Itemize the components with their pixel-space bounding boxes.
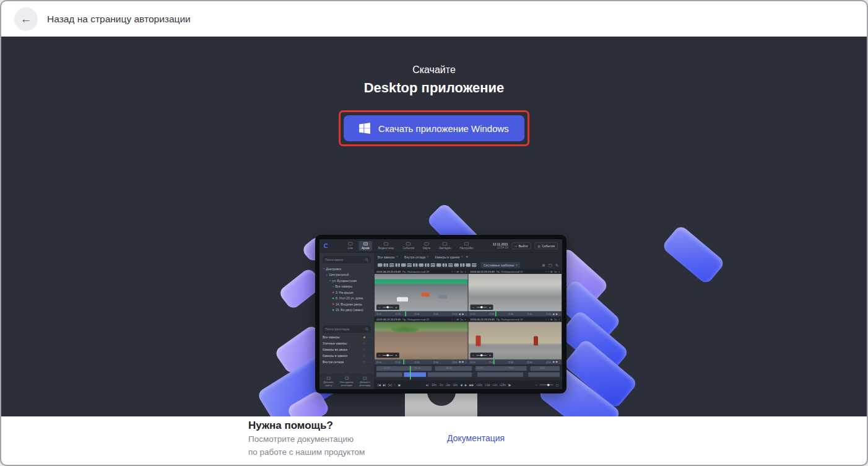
app-nav-right: 12.11.2021 13:54:19 ↦Выйти ▤События bbox=[493, 242, 558, 250]
grid-layout-icon bbox=[443, 263, 448, 267]
playhead-marker bbox=[493, 359, 495, 364]
zoom-slider bbox=[476, 307, 487, 307]
videowall-icon bbox=[384, 242, 388, 245]
close-icon: × bbox=[461, 255, 463, 258]
master-timeline: 21:10 21:20 21:30 21:40 21:50 22:00 bbox=[374, 364, 562, 380]
layouts-section: Поиск раскладок Все камеры★⋯ Уличные кам… bbox=[319, 322, 374, 365]
tree-group: ▾Центральный bbox=[319, 272, 374, 278]
grid-layout-icon bbox=[436, 263, 441, 267]
next-icon: › bbox=[548, 270, 549, 273]
back-button[interactable]: ← bbox=[14, 7, 38, 31]
fit-screen-icon: ⊞ bbox=[542, 263, 545, 267]
step-forward-icon: ▶| bbox=[383, 384, 386, 387]
playback-left-icons: |◀ ▶| [+] ↑ ▣ bbox=[378, 384, 401, 387]
tab-separator: | bbox=[432, 255, 432, 259]
grid-layout-icon bbox=[401, 263, 406, 267]
layout-search-input: Поиск раскладок bbox=[323, 325, 371, 333]
camera-video: −+ bbox=[375, 322, 468, 360]
camera-icon: ◉ bbox=[459, 312, 461, 315]
next-icon: › bbox=[548, 318, 549, 321]
monitor-screen: Live Архив Видеостены События Карта Закл… bbox=[319, 239, 562, 389]
app-datetime: 12.11.2021 13:54:19 bbox=[493, 242, 508, 250]
camera-tile-header: 2019.06.23 23:23:49Пр. Победоносный 23 ‹… bbox=[469, 317, 562, 322]
top-bar: ← Назад на страницу авторизации bbox=[1, 1, 867, 37]
close-icon: × bbox=[396, 255, 398, 258]
recorded-segment bbox=[477, 372, 523, 377]
grid-layout-icon bbox=[431, 263, 436, 267]
recorded-segment bbox=[531, 366, 560, 371]
grid-layout-icon bbox=[425, 263, 430, 267]
hero-eyebrow: Скачайте bbox=[1, 64, 867, 76]
camera-video: −+ bbox=[469, 322, 562, 360]
volume-slider bbox=[540, 385, 553, 385]
more-icon: ⋯ bbox=[368, 348, 371, 351]
camera-tree: ▾Днепровск ▾Центральный ▾ул. Бухарестска… bbox=[319, 266, 374, 313]
back-label: Назад на страницу авторизации bbox=[47, 14, 191, 25]
zoom-in-icon: + bbox=[395, 306, 397, 309]
more-icon: ⋯ bbox=[368, 341, 371, 345]
help-description-line2: по работе с нашим продуктом bbox=[248, 447, 365, 457]
export-icon: ↓ bbox=[466, 361, 467, 364]
documentation-link[interactable]: Документация bbox=[447, 433, 505, 443]
hero-block: Скачайте Desktop приложение bbox=[1, 64, 867, 96]
app-nav-settings: Настройки bbox=[457, 241, 476, 251]
chevron-down-icon: ▾ bbox=[516, 263, 517, 266]
chevron-down-icon: ▾ bbox=[326, 273, 328, 276]
camera-tile-controls: ‹›⊞1x× bbox=[452, 270, 466, 273]
add-group-icon bbox=[327, 377, 331, 380]
snapshot-icon: ▣ bbox=[398, 384, 401, 387]
app-preview: Live Архив Видеостены События Карта Закл… bbox=[319, 239, 562, 389]
annotation-highlight-box: Скачать приложение Windows bbox=[339, 110, 529, 146]
door-shape bbox=[534, 336, 538, 345]
timeline-icons: ◉▶↓ bbox=[459, 312, 467, 315]
step-back-icon: |◀ bbox=[378, 384, 381, 387]
search-icon bbox=[365, 258, 368, 262]
app-main: Все камеры× | Внутри склада× | Камеры в … bbox=[374, 253, 562, 389]
hedge-shape bbox=[391, 325, 419, 333]
zoom-out-icon: − bbox=[472, 306, 474, 309]
app-logout-button: ↦Выйти bbox=[512, 243, 531, 250]
expand-icon: ⊞ bbox=[550, 270, 552, 273]
grid-layout-icon bbox=[384, 263, 389, 267]
zoom-control: −+ bbox=[471, 305, 493, 310]
playhead-marker bbox=[404, 359, 405, 364]
tree-camera: 8. Угол 23 уч. дома bbox=[319, 296, 374, 302]
grid-layout-icon bbox=[389, 263, 394, 267]
volume-icon: − bbox=[536, 384, 537, 387]
layout-item: Камеры во дворе☆⋯ bbox=[319, 346, 374, 353]
add-group-button: Добавить группу bbox=[319, 374, 337, 389]
prev-icon: ‹ bbox=[452, 318, 453, 321]
next-icon: › bbox=[454, 318, 455, 321]
more-icon: ⋯ bbox=[368, 360, 371, 364]
export-icon: ↓ bbox=[466, 312, 467, 315]
prev-icon: ‹ bbox=[452, 270, 453, 273]
toolbar-right-icons: ⊞ ◯ ↻ bbox=[542, 263, 558, 267]
add-layout-icon bbox=[363, 377, 367, 380]
help-footer: Нужна помощь? Посмотрите документацию по… bbox=[1, 416, 867, 465]
layout-item: Все камеры★⋯ bbox=[319, 334, 374, 340]
chevron-down-icon: ▾ bbox=[323, 268, 324, 271]
camera-search-input: Поиск камер bbox=[323, 256, 371, 263]
download-windows-button[interactable]: Скачать приложение Windows bbox=[344, 115, 524, 141]
app-nav-bookmarks: Закладки bbox=[436, 241, 453, 251]
playback-right-controls: − ▢ bbox=[536, 384, 558, 387]
play-icon: ▶ bbox=[556, 312, 558, 315]
tree-camera: 3. На крыше bbox=[319, 289, 374, 296]
layouts-list: Все камеры★⋯ Уличные камеры☆⋯ Камеры во … bbox=[319, 334, 374, 365]
help-heading: Нужна помощь? bbox=[248, 420, 333, 432]
constructor-icon bbox=[345, 377, 349, 380]
camera-tile-controls: ‹›⊞1x× bbox=[545, 318, 560, 321]
view-tab: Внутри склада× bbox=[404, 255, 428, 259]
camera-timeline: 21:1021:2021:3021:4021:50 ◉▶↓ bbox=[375, 359, 468, 364]
search-icon bbox=[365, 327, 368, 330]
fullscreen-icon: ▢ bbox=[556, 384, 558, 387]
app-sidebar: Поиск камер ▾Днепровск ▾Центральный ▾ул.… bbox=[319, 253, 374, 389]
tree-camera: 14. Входная дверь bbox=[319, 301, 374, 307]
play-fast-icon: ▶▶ bbox=[469, 384, 474, 387]
chevron-down-icon: ▾ bbox=[329, 279, 331, 283]
grid-layout-icon bbox=[448, 263, 453, 267]
export-icon: ↓ bbox=[559, 361, 560, 364]
star-icon: ☆ bbox=[363, 341, 365, 345]
playback-center-controls: ◄| -24ч -1ч -1м -10с ◀ ▶ ▶▶ +10с +1м bbox=[425, 384, 511, 387]
zoom-out-icon: − bbox=[472, 354, 474, 358]
